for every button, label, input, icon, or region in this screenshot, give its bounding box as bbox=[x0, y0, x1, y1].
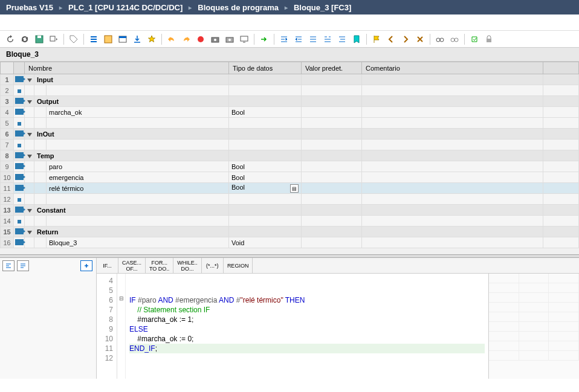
var-comment[interactable] bbox=[361, 237, 543, 248]
tb-prev-icon[interactable] bbox=[384, 33, 398, 46]
tb-outdent-icon[interactable] bbox=[306, 33, 320, 46]
table-row[interactable]: 6 InOut bbox=[1, 129, 579, 140]
snippet-tab[interactable]: REGION bbox=[224, 258, 253, 273]
table-row[interactable]: 2 bbox=[1, 85, 579, 96]
tb-goto-icon[interactable] bbox=[257, 33, 271, 46]
tb-window-icon[interactable] bbox=[116, 33, 129, 46]
var-default[interactable] bbox=[301, 96, 361, 107]
var-default[interactable] bbox=[301, 150, 361, 161]
tb-compile-icon[interactable] bbox=[468, 33, 481, 46]
table-row[interactable]: 7 bbox=[1, 140, 579, 150]
datatype-picker-icon[interactable]: ▤ bbox=[290, 184, 299, 193]
tb-align-icon[interactable] bbox=[335, 33, 349, 46]
var-type[interactable] bbox=[228, 74, 301, 85]
breadcrumb-item[interactable]: Pruebas V15 bbox=[6, 3, 53, 12]
breadcrumb-item[interactable]: Bloques de programa bbox=[198, 3, 279, 12]
var-comment[interactable] bbox=[361, 205, 543, 216]
var-comment[interactable] bbox=[361, 96, 543, 107]
var-comment[interactable] bbox=[361, 172, 543, 183]
expand-icon[interactable] bbox=[27, 231, 32, 234]
var-comment[interactable] bbox=[361, 85, 543, 96]
var-name[interactable]: paro bbox=[47, 161, 229, 172]
breadcrumb-item[interactable]: PLC_1 [CPU 1214C DC/DC/DC] bbox=[68, 3, 183, 12]
table-row[interactable]: 11 relé térmico Bool▤ bbox=[1, 183, 579, 194]
add-placeholder[interactable] bbox=[47, 85, 229, 96]
col-name[interactable]: Nombre bbox=[25, 62, 229, 74]
tb-stop-icon[interactable] bbox=[194, 33, 207, 46]
tb-next-icon[interactable] bbox=[399, 33, 412, 46]
var-type[interactable]: Bool bbox=[228, 107, 301, 118]
col-default[interactable]: Valor predet. bbox=[301, 62, 361, 74]
var-default[interactable] bbox=[301, 183, 361, 194]
add-placeholder[interactable] bbox=[47, 194, 229, 205]
var-default[interactable] bbox=[301, 205, 361, 216]
var-name[interactable]: relé térmico bbox=[47, 183, 229, 194]
var-default[interactable] bbox=[301, 227, 361, 237]
breadcrumb-item[interactable]: Bloque_3 [FC3] bbox=[294, 3, 351, 12]
snippet-tab[interactable]: (*...*) bbox=[202, 258, 224, 273]
table-row[interactable]: 4 marcha_ok Bool bbox=[1, 107, 579, 118]
tb-download-icon[interactable] bbox=[131, 33, 144, 46]
tb-bookmark-icon[interactable] bbox=[350, 33, 363, 46]
var-comment[interactable] bbox=[361, 74, 543, 85]
table-row[interactable]: 15 Return bbox=[1, 227, 579, 237]
var-default[interactable] bbox=[301, 85, 361, 96]
var-type[interactable]: Bool▤ bbox=[228, 183, 301, 194]
var-type[interactable] bbox=[228, 96, 301, 107]
snippet-tab[interactable]: WHILE..DO... bbox=[173, 258, 202, 273]
table-row[interactable]: 14 bbox=[1, 216, 579, 227]
table-row[interactable]: 3 Output bbox=[1, 96, 579, 107]
var-type[interactable] bbox=[228, 150, 301, 161]
add-placeholder[interactable] bbox=[47, 140, 229, 150]
var-name[interactable]: marcha_ok bbox=[47, 107, 229, 118]
var-comment[interactable] bbox=[361, 129, 543, 140]
var-type[interactable]: Bool bbox=[228, 172, 301, 183]
table-row[interactable]: 16 Bloque_3 Void bbox=[1, 237, 579, 248]
add-placeholder[interactable] bbox=[47, 216, 229, 227]
var-default[interactable] bbox=[301, 216, 361, 227]
table-row[interactable]: 13 Constant bbox=[1, 205, 579, 216]
var-default[interactable] bbox=[301, 74, 361, 85]
var-default[interactable] bbox=[301, 194, 361, 205]
var-default[interactable] bbox=[301, 118, 361, 129]
var-comment[interactable] bbox=[361, 216, 543, 227]
snippet-tab[interactable]: IF... bbox=[97, 258, 118, 273]
var-type[interactable]: Bool bbox=[228, 161, 301, 172]
tb-save-icon[interactable] bbox=[33, 33, 46, 46]
expand-icon[interactable] bbox=[27, 133, 32, 137]
tb-star-icon[interactable] bbox=[145, 33, 158, 46]
var-comment[interactable] bbox=[361, 161, 543, 172]
collapse-all-icon[interactable] bbox=[2, 260, 15, 271]
var-type[interactable] bbox=[228, 227, 301, 237]
tb-monitor-icon[interactable] bbox=[238, 33, 251, 46]
var-comment[interactable] bbox=[361, 183, 543, 194]
var-name[interactable]: emergencia bbox=[47, 172, 229, 183]
tb-redo-icon[interactable] bbox=[180, 33, 193, 46]
tb-down-icon[interactable] bbox=[47, 33, 60, 46]
var-default[interactable] bbox=[301, 172, 361, 183]
expand-icon[interactable] bbox=[27, 209, 32, 213]
code-content[interactable]: IF #paro AND #emergencia AND #"relé térm… bbox=[126, 274, 488, 379]
tb-indent-right-icon[interactable] bbox=[292, 33, 305, 46]
table-row[interactable]: 5 bbox=[1, 118, 579, 129]
var-type[interactable] bbox=[228, 85, 301, 96]
tb-glasses-icon[interactable] bbox=[433, 33, 447, 46]
var-default[interactable] bbox=[301, 129, 361, 140]
structure-toggle-icon[interactable] bbox=[80, 260, 92, 271]
var-type[interactable] bbox=[228, 140, 301, 150]
tb-clear-icon[interactable] bbox=[413, 33, 427, 46]
table-row[interactable]: 12 bbox=[1, 194, 579, 205]
tb-snapshot2-icon[interactable] bbox=[223, 33, 236, 46]
tb-indent-left-icon[interactable] bbox=[277, 33, 291, 46]
var-type[interactable]: Void bbox=[228, 237, 301, 248]
tb-block-icon[interactable] bbox=[102, 33, 115, 46]
expand-all-icon[interactable] bbox=[17, 260, 29, 271]
var-comment[interactable] bbox=[361, 150, 543, 161]
var-default[interactable] bbox=[301, 140, 361, 150]
var-comment[interactable] bbox=[361, 107, 543, 118]
var-comment[interactable] bbox=[361, 194, 543, 205]
snippet-tab[interactable]: FOR...TO DO.. bbox=[146, 258, 173, 273]
tb-tag-icon[interactable] bbox=[67, 33, 80, 46]
var-comment[interactable] bbox=[361, 118, 543, 129]
fold-column[interactable]: ⊟ bbox=[117, 274, 126, 379]
